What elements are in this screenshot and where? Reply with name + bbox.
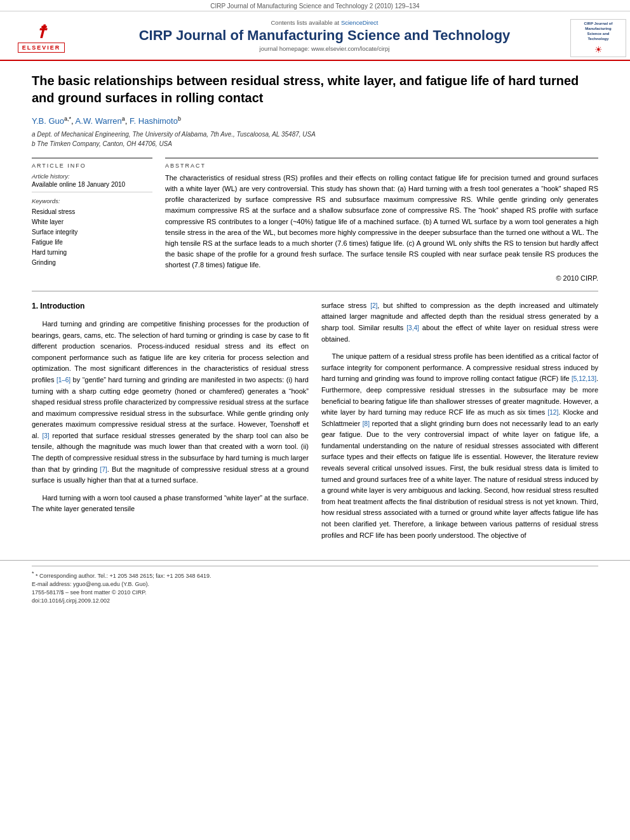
- body-para-2: Hard turning with a worn tool caused a p…: [32, 493, 309, 515]
- body-col-right: surface stress [2], but shifted to compr…: [321, 300, 598, 547]
- contents-line: Contents lists available at ScienceDirec…: [83, 19, 566, 26]
- doi-line: doi:10.1016/j.cirpj.2009.12.002: [32, 597, 598, 604]
- body-col-left: 1. Introduction Hard turning and grindin…: [32, 300, 309, 547]
- keywords-section: Keywords: Residual stress White layer Su…: [32, 197, 152, 268]
- article-title: The basic relationships between residual…: [32, 72, 598, 107]
- abstract-column: ABSTRACT The characteristics of residual…: [165, 157, 598, 281]
- corresponding-note: * * Corresponding author. Tel.: +1 205 3…: [32, 570, 598, 579]
- issn-line: 1755-5817/$ – see front matter © 2010 CI…: [32, 589, 598, 596]
- right-logo-area: CIRP Journal ofManufacturingScience andT…: [566, 17, 630, 60]
- ref-3: [3]: [42, 432, 49, 439]
- section-divider: [32, 291, 598, 291]
- journal-citation: CIRP Journal of Manufacturing Science an…: [210, 3, 419, 10]
- thumbnail-title: CIRP Journal ofManufacturingScience andT…: [584, 22, 613, 41]
- top-bar: CIRP Journal of Manufacturing Science an…: [0, 0, 630, 11]
- keyword-hard-turning: Hard turning: [32, 248, 152, 258]
- ref-8: [8]: [363, 420, 370, 427]
- sciencedirect-link[interactable]: ScienceDirect: [341, 19, 379, 26]
- keyword-residual-stress: Residual stress: [32, 207, 152, 217]
- journal-header: ☨ ELSEVIER Contents lists available at S…: [0, 11, 630, 61]
- article-info-column: ARTICLE INFO Article history: Available …: [32, 157, 152, 281]
- authors-line: Y.B. Guoa,*, A.W. Warrena, F. Hashimotob: [32, 116, 598, 126]
- page: CIRP Journal of Manufacturing Science an…: [0, 0, 630, 840]
- keyword-fatigue-life: Fatigue life: [32, 237, 152, 248]
- journal-thumbnail: CIRP Journal ofManufacturingScience andT…: [570, 19, 626, 57]
- journal-title: CIRP Journal of Manufacturing Science an…: [83, 27, 566, 44]
- ref-2: [2]: [370, 302, 377, 309]
- footnote-star: *: [32, 570, 34, 577]
- history-label: Article history:: [32, 173, 152, 180]
- author-guo: Y.B. Guo: [32, 116, 64, 126]
- section1-title: 1. Introduction: [32, 300, 309, 312]
- keyword-surface-integrity: Surface integrity: [32, 227, 152, 237]
- body-para-3: surface stress [2], but shifted to compr…: [321, 300, 598, 345]
- available-online: Available online 18 January 2010: [32, 181, 152, 188]
- body-para-4: The unique pattern of a residual stress …: [321, 351, 598, 541]
- affiliation-b: b The Timken Company, Canton, OH 44706, …: [32, 139, 598, 149]
- ref-7: [7]: [100, 466, 107, 473]
- body-section: 1. Introduction Hard turning and grindin…: [32, 300, 598, 547]
- journal-center-info: Contents lists available at ScienceDirec…: [83, 17, 566, 60]
- info-abstract-section: ARTICLE INFO Article history: Available …: [32, 157, 598, 281]
- abstract-copyright: © 2010 CIRP.: [165, 274, 598, 282]
- ref-1-6: [1–6]: [57, 377, 70, 383]
- ref-5-12-13: [5,12,13]: [572, 375, 596, 382]
- elsevier-logo-area: ☨ ELSEVIER: [0, 17, 83, 60]
- body-para-1: Hard turning and grinding are competitiv…: [32, 319, 309, 486]
- keyword-grinding: Grinding: [32, 258, 152, 268]
- abstract-text: The characteristics of residual stress (…: [165, 173, 598, 270]
- article-history-row: Article history: Available online 18 Jan…: [32, 173, 152, 192]
- keyword-white-layer: White layer: [32, 217, 152, 227]
- article-info-header: ARTICLE INFO: [32, 163, 152, 169]
- ref-12: [12]: [547, 409, 558, 416]
- keywords-label: Keywords:: [32, 197, 152, 204]
- affiliations: a Dept. of Mechanical Engineering, The U…: [32, 130, 598, 149]
- author-hashimoto: F. Hashimoto: [130, 116, 178, 126]
- abstract-header: ABSTRACT: [165, 163, 598, 169]
- email-note: E-mail address: yguo@eng.ua.edu (Y.B. Gu…: [32, 581, 598, 587]
- ref-3-4: [3,4]: [406, 324, 419, 331]
- elsevier-wordmark: ELSEVIER: [18, 43, 65, 53]
- page-footer: * * Corresponding author. Tel.: +1 205 3…: [0, 560, 630, 611]
- content-area: The basic relationships between residual…: [0, 61, 630, 560]
- homepage-line: journal homepage: www.elsevier.com/locat…: [83, 45, 566, 52]
- affiliation-a: a Dept. of Mechanical Engineering, The U…: [32, 130, 598, 139]
- author-warren: A.W. Warren: [76, 116, 122, 126]
